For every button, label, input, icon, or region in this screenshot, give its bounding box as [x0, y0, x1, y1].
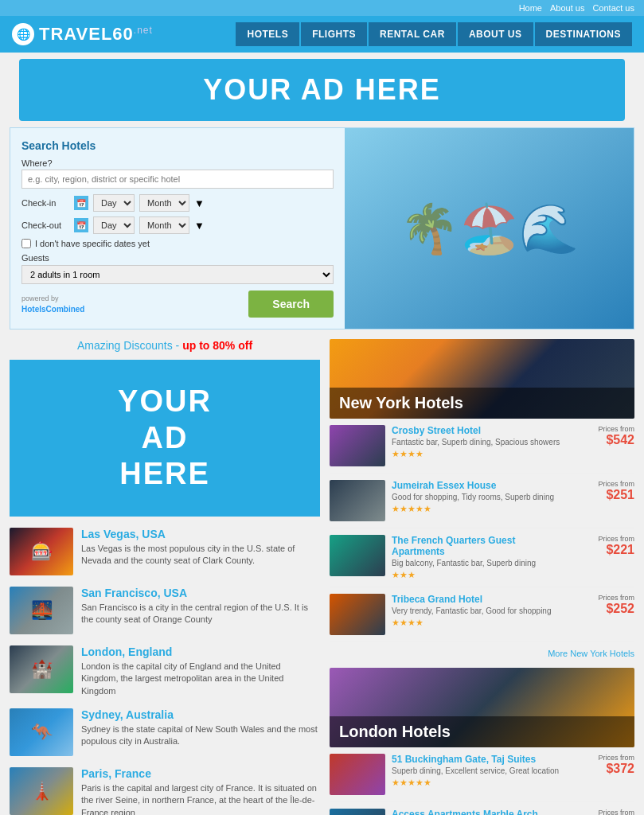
buckingham-stars: ★★★★★ [392, 778, 568, 788]
powered-row: powered by HotelsCombined Search [21, 291, 334, 318]
guests-select[interactable]: 2 adults in 1 room [21, 265, 334, 284]
hotel-item: Tribeca Grand Hotel Very trendy, Fantast… [330, 594, 634, 642]
beach-icon: 🌴🏖️🌊 [400, 201, 579, 257]
destination-item: 🦘 Sydney, Australia Sydney is the state … [10, 708, 320, 756]
logo-icon: 🌐 [12, 23, 34, 45]
checkin-label: Check-in [21, 198, 69, 208]
jumeirah-hotel-stars: ★★★★★ [392, 504, 568, 514]
contact-link[interactable]: Contact us [592, 3, 634, 13]
crosby-hotel-price: Prices from $542 [575, 425, 634, 447]
french-quarters-info: The French Quarters Guest Apartments Big… [392, 535, 568, 580]
no-specific-dates-row: I don't have specific dates yet [21, 239, 334, 248]
paris-title[interactable]: Paris, France [81, 767, 320, 780]
globe-icon: 🌐 [17, 28, 30, 41]
london-icon: 🏰 [31, 659, 53, 680]
left-column: Amazing Discounts - up to 80% off YOURAD… [10, 339, 320, 815]
destination-item: 🎰 Las Vegas, USA Las Vegas is the most p… [10, 528, 320, 575]
checkin-day-select[interactable]: Day [93, 194, 135, 212]
checkin-calendar-icon[interactable]: 📅 [74, 196, 88, 210]
more-ny-hotels-link[interactable]: More New York Hotels [330, 649, 634, 658]
jumeirah-hotel-price: Prices from $251 [575, 480, 634, 502]
san-francisco-title[interactable]: San Francisco, USA [81, 587, 320, 599]
jumeirah-hotel-name[interactable]: Jumeirah Essex House [392, 480, 568, 491]
left-ad-text: YOURADHERE [33, 384, 296, 493]
destination-item: 🏰 London, England London is the capital … [10, 645, 320, 697]
las-vegas-title[interactable]: Las Vegas, USA [81, 528, 320, 540]
beach-image: 🌴🏖️🌊 [345, 128, 634, 329]
jumeirah-hotel-info: Jumeirah Essex House Good for shopping, … [392, 480, 568, 514]
checkout-row: Check-out 📅 Day Month ▼ [21, 216, 334, 234]
new-york-header-image: New York Hotels [330, 339, 634, 419]
access-apartments-name[interactable]: Access Apartments Marble Arch London [392, 809, 568, 815]
checkin-row: Check-in 📅 Day Month ▼ [21, 194, 334, 212]
where-label: Where? [21, 158, 334, 168]
paris-thumb: 🗼 [10, 767, 73, 815]
home-link[interactable]: Home [519, 3, 542, 13]
nav-flights[interactable]: FLIGHTS [301, 22, 367, 46]
sydney-thumb: 🦘 [10, 708, 73, 756]
nav-destinations[interactable]: DESTINATIONS [535, 22, 632, 46]
french-quarters-price: Prices from $221 [575, 535, 634, 557]
crosby-hotel-thumb [330, 425, 385, 466]
checkout-calendar-icon[interactable]: 📅 [74, 218, 88, 232]
london-title[interactable]: London, England [81, 645, 320, 658]
ad-banner-text: YOUR AD HERE [33, 73, 611, 107]
destination-item: 🌉 San Francisco, USA San Francisco is a … [10, 587, 320, 634]
guests-label: Guests [21, 253, 334, 263]
sydney-info: Sydney, Australia Sydney is the state ca… [81, 708, 320, 748]
san-francisco-desc: San Francisco is a city in the central r… [81, 602, 320, 626]
access-apartments-price: Prices from $204 [575, 809, 634, 815]
new-york-section: New York Hotels Crosby Street Hotel Fant… [330, 339, 634, 658]
buckingham-price: Prices from $372 [575, 754, 634, 776]
nav-rental-car[interactable]: RENTAL CAR [369, 22, 456, 46]
search-button[interactable]: Search [248, 291, 334, 318]
buckingham-desc: Superb dining, Excellent service, Great … [392, 766, 568, 775]
destination-item: 🗼 Paris, France Paris is the capital and… [10, 767, 320, 815]
search-section: Search Hotels Where? Check-in 📅 Day Mont… [10, 127, 634, 330]
checkout-day-select[interactable]: Day [93, 216, 135, 234]
checkin-month-select[interactable]: Month [139, 194, 189, 212]
search-form-title: Search Hotels [21, 139, 334, 152]
crosby-hotel-name[interactable]: Crosby Street Hotel [392, 425, 568, 436]
sydney-title[interactable]: Sydney, Australia [81, 708, 320, 721]
discount-title: Amazing Discounts - up to 80% off [10, 339, 320, 352]
tribeca-info: Tribeca Grand Hotel Very trendy, Fantast… [392, 594, 568, 628]
checkout-month-arrow: ▼ [194, 220, 205, 232]
left-ad-block[interactable]: YOURADHERE [10, 360, 320, 517]
french-quarters-name[interactable]: The French Quarters Guest Apartments [392, 535, 568, 557]
hotel-item: 51 Buckingham Gate, Taj Suites Superb di… [330, 754, 634, 802]
where-input[interactable] [21, 170, 334, 189]
las-vegas-icon: 🎰 [31, 541, 53, 562]
hotel-item: The French Quarters Guest Apartments Big… [330, 535, 634, 587]
paris-info: Paris, France Paris is the capital and l… [81, 767, 320, 815]
tribeca-name[interactable]: Tribeca Grand Hotel [392, 594, 568, 605]
tribeca-thumb [330, 594, 385, 635]
las-vegas-info: Las Vegas, USA Las Vegas is the most pop… [81, 528, 320, 567]
london-desc: London is the capital city of England an… [81, 661, 320, 697]
san-francisco-thumb: 🌉 [10, 587, 73, 634]
search-form: Search Hotels Where? Check-in 📅 Day Mont… [10, 128, 345, 329]
main-nav: HOTELS FLIGHTS RENTAL CAR ABOUT US DESTI… [236, 22, 632, 46]
top-ad-banner[interactable]: YOUR AD HERE [19, 59, 625, 121]
about-link[interactable]: About us [550, 3, 584, 13]
tribeca-stars: ★★★★ [392, 618, 568, 628]
london-section: London Hotels 51 Buckingham Gate, Taj Su… [330, 668, 634, 815]
nav-hotels[interactable]: HOTELS [236, 22, 299, 46]
nav-about-us[interactable]: ABOUT US [458, 22, 533, 46]
checkout-month-select[interactable]: Month [139, 216, 189, 234]
checkout-label: Check-out [21, 220, 69, 230]
buckingham-name[interactable]: 51 Buckingham Gate, Taj Suites [392, 754, 568, 765]
london-section-title: London Hotels [330, 716, 634, 747]
access-apartments-info: Access Apartments Marble Arch London Goo… [392, 809, 568, 815]
crosby-hotel-desc: Fantastic bar, Superb dining, Spacious s… [392, 438, 568, 446]
london-header-image: London Hotels [330, 668, 634, 747]
sydney-icon: 🦘 [31, 722, 53, 743]
las-vegas-thumb: 🎰 [10, 528, 73, 575]
header: 🌐 TRAVEL60.net HOTELS FLIGHTS RENTAL CAR… [0, 16, 644, 53]
no-specific-dates-label: I don't have specific dates yet [35, 239, 150, 248]
search-hero-image: 🌴🏖️🌊 [345, 128, 634, 329]
no-specific-dates-checkbox[interactable] [21, 239, 31, 248]
san-francisco-info: San Francisco, USA San Francisco is a ci… [81, 587, 320, 626]
checkin-month-arrow: ▼ [194, 197, 205, 209]
paris-desc: Paris is the capital and largest city of… [81, 782, 320, 815]
